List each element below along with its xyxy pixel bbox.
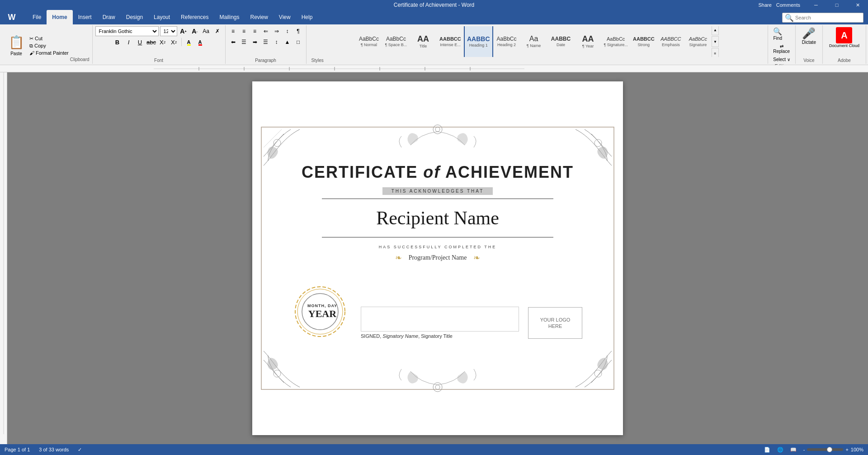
style-name[interactable]: Aa ¶ Name: [520, 26, 547, 57]
shading-button[interactable]: ▲: [283, 37, 292, 47]
word-count: 3 of 33 words: [39, 447, 69, 452]
borders-button[interactable]: □: [293, 37, 303, 47]
paste-label: Paste: [10, 51, 22, 56]
editing-group: 🔍 Find ⇄ Replace Select ∨ Editing: [768, 25, 796, 64]
style-space-before[interactable]: AaBbCc ¶ Space B...: [382, 26, 410, 57]
line-spacing-button[interactable]: ↕: [272, 37, 282, 47]
style-signature2[interactable]: AaBbCc Signature: [684, 26, 712, 57]
styles-scroll[interactable]: ▲ ▼ ≡: [712, 26, 719, 57]
style-heading2[interactable]: AaBbCc Heading 2: [493, 26, 520, 57]
change-case-button[interactable]: Aa: [201, 26, 211, 36]
replace-button[interactable]: ⇄ Replace: [771, 43, 792, 55]
justify-button[interactable]: ☰: [261, 37, 271, 47]
tab-references[interactable]: References: [175, 10, 214, 24]
styles-scroll-down[interactable]: ▼: [712, 36, 719, 47]
decrease-font-button[interactable]: A-: [190, 26, 200, 36]
tab-insert[interactable]: Insert: [73, 10, 97, 24]
search-input[interactable]: [795, 15, 861, 20]
page-info: Page 1 of 1: [5, 447, 30, 452]
dictate-button[interactable]: 🎤 Dictate: [798, 26, 820, 46]
tab-mailings[interactable]: Mailings: [214, 10, 245, 24]
decrease-indent-button[interactable]: ⇐: [261, 26, 271, 36]
zoom-level: 100%: [851, 447, 863, 452]
format-painter-button[interactable]: 🖌 Format Painter: [28, 50, 70, 56]
share-button[interactable]: Share: [758, 2, 771, 8]
maximize-button[interactable]: □: [826, 0, 847, 10]
certificate-acknowledges: THIS ACKNOWLEDGES THAT: [382, 187, 493, 195]
seal-month-day[interactable]: MONTH, DAY: [307, 303, 337, 308]
style-heading1[interactable]: AABBC Heading 1: [464, 26, 493, 57]
style-intense-emphasis[interactable]: AABBCC Intense E...: [437, 26, 464, 57]
copy-button[interactable]: ⧉ Copy: [28, 43, 70, 49]
status-bar: Page 1 of 1 3 of 33 words ✓ 📄 🌐 📖 - + 10…: [0, 444, 868, 455]
zoom-out-icon[interactable]: -: [803, 447, 805, 452]
style-year[interactable]: AA ¶ Year: [575, 26, 602, 57]
strikethrough-button[interactable]: abc: [146, 37, 156, 47]
certificate-line-top: [322, 199, 553, 199]
styles-expand[interactable]: ≡: [712, 48, 719, 57]
signature-box[interactable]: [361, 307, 519, 332]
numbering-button[interactable]: ≡: [239, 26, 249, 36]
align-left-button[interactable]: ⬅: [228, 37, 238, 47]
style-date[interactable]: AABBC Date: [547, 26, 575, 57]
find-button[interactable]: 🔍 Find: [771, 26, 784, 42]
logo-box[interactable]: YOUR LOGOHERE: [528, 307, 582, 339]
window-title: Certificate of Achievement - Word: [394, 2, 475, 8]
bold-button[interactable]: B: [113, 37, 123, 47]
style-signature1[interactable]: AaBbCc ¶ Signature...: [602, 26, 630, 57]
certificate-program[interactable]: Program/Project Name: [409, 254, 467, 261]
search-box[interactable]: 🔍: [782, 13, 863, 23]
sort-button[interactable]: ↕: [283, 26, 292, 36]
show-marks-button[interactable]: ¶: [293, 26, 303, 36]
style-normal[interactable]: AaBbCc ¶ Normal: [355, 26, 382, 57]
align-right-button[interactable]: ➡: [250, 37, 260, 47]
style-strong[interactable]: AABBCC Strong: [630, 26, 657, 57]
font-size-select[interactable]: 12: [160, 26, 177, 36]
zoom-in-icon[interactable]: +: [845, 447, 848, 452]
clear-format-button[interactable]: ✗: [212, 26, 222, 36]
certificate-recipient[interactable]: Recipient Name: [376, 207, 499, 229]
tab-home[interactable]: Home: [47, 10, 72, 24]
increase-indent-button[interactable]: ⇒: [272, 26, 282, 36]
tab-draw[interactable]: Draw: [97, 10, 121, 24]
styles-scroll-up[interactable]: ▲: [712, 26, 719, 35]
layout-read[interactable]: 📖: [790, 447, 797, 453]
font-name-select[interactable]: Franklin Gothic: [95, 26, 159, 36]
paste-button[interactable]: 📋 Paste: [5, 31, 28, 58]
tab-review[interactable]: Review: [245, 10, 274, 24]
seal-year[interactable]: YEAR: [307, 308, 337, 320]
subscript-button[interactable]: X2: [158, 37, 168, 47]
close-button[interactable]: ✕: [847, 0, 868, 10]
superscript-button[interactable]: X2: [169, 37, 179, 47]
style-emphasis[interactable]: AABBCC Emphasis: [657, 26, 684, 57]
font-color-button[interactable]: A: [195, 37, 205, 47]
tab-help[interactable]: Help: [296, 10, 318, 24]
tab-view[interactable]: View: [274, 10, 296, 24]
find-icon: 🔍: [773, 27, 782, 36]
multilevel-button[interactable]: ≡: [250, 26, 260, 36]
layout-web[interactable]: 🌐: [777, 447, 783, 453]
bullets-button[interactable]: ≡: [228, 26, 238, 36]
certificate-bottom: MONTH, DAY YEAR SIGNED, Signatory Name, …: [293, 284, 582, 339]
select-button[interactable]: Select ∨: [771, 56, 793, 63]
highlight-button[interactable]: A: [184, 37, 194, 47]
adobe-button[interactable]: A Document Cloud: [826, 26, 863, 49]
increase-font-button[interactable]: A+: [179, 26, 189, 36]
cut-button[interactable]: ✂ Cut: [28, 35, 70, 42]
layout-print[interactable]: 📄: [764, 447, 770, 453]
format-painter-label: Format Painter: [36, 50, 69, 56]
document-area[interactable]: CERTIFICATE of ACHIEVEMENT THIS ACKNOWLE…: [7, 72, 868, 444]
clipboard-group: 📋 Paste ✂ Cut ⧉ Copy 🖌 Format Painter Cl…: [2, 25, 93, 64]
tab-design[interactable]: Design: [121, 10, 148, 24]
zoom-slider[interactable]: - + 100%: [803, 447, 863, 452]
italic-button[interactable]: I: [124, 37, 134, 47]
styles-group: AaBbCc ¶ Normal AaBbCc ¶ Space B... AA T…: [307, 25, 769, 64]
certificate-signature-area[interactable]: SIGNED, Signatory Name, Signatory Title: [361, 307, 519, 339]
underline-button[interactable]: U: [135, 37, 145, 47]
tab-file[interactable]: File: [27, 10, 47, 24]
comments-button[interactable]: Comments: [776, 2, 800, 8]
minimize-button[interactable]: ─: [806, 0, 826, 10]
tab-layout[interactable]: Layout: [148, 10, 175, 24]
style-title[interactable]: AA Title: [410, 26, 437, 57]
align-center-button[interactable]: ☰: [239, 37, 249, 47]
